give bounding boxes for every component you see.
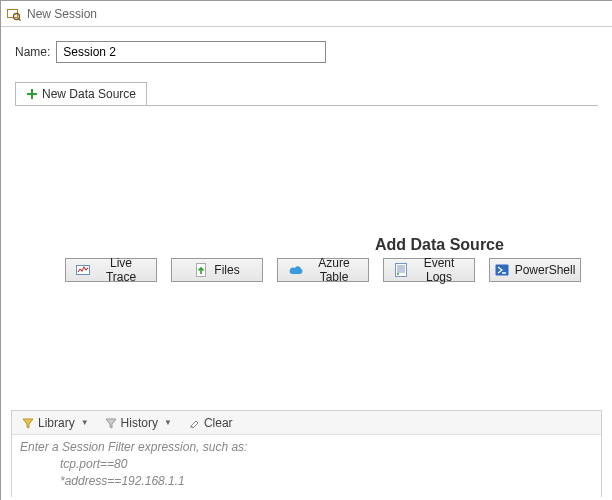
name-row: Name: [15,41,598,63]
button-label: Clear [204,416,233,430]
library-dropdown[interactable]: Library ▼ [16,413,95,433]
filter-expression-input[interactable]: Enter a Session Filter expression, such … [12,435,601,497]
chevron-down-icon: ▼ [81,418,89,427]
button-label: History [121,416,158,430]
button-label: Event Logs [414,256,464,284]
button-label: Azure Table [310,256,358,284]
powershell-button[interactable]: PowerShell [489,258,581,282]
tabstrip: New Data Source [15,81,598,105]
filter-panel: Library ▼ History ▼ Clear Enter a Sessio… [11,410,602,497]
chevron-down-icon: ▼ [164,418,172,427]
eraser-icon [188,417,200,429]
plus-icon [26,88,38,100]
data-source-buttons: Live Trace Files Azure Table [65,258,548,282]
azure-table-button[interactable]: Azure Table [277,258,369,282]
filter-placeholder-line2: tcp.port==80 [20,456,593,473]
window-title: New Session [27,7,97,21]
powershell-icon [495,263,509,277]
button-label: Live Trace [96,256,146,284]
funnel-icon [105,417,117,429]
titlebar: New Session [1,1,612,27]
session-name-input[interactable] [56,41,326,63]
filter-toolbar: Library ▼ History ▼ Clear [12,411,601,435]
files-icon [194,263,208,277]
tab-new-data-source[interactable]: New Data Source [15,82,147,106]
files-button[interactable]: Files [171,258,263,282]
live-trace-icon [76,263,90,277]
cloud-icon [288,263,304,277]
clear-button[interactable]: Clear [182,413,239,433]
svg-point-12 [397,273,399,275]
filter-placeholder-line1: Enter a Session Filter expression, such … [20,439,593,456]
live-trace-button[interactable]: Live Trace [65,258,157,282]
app-icon [7,7,21,21]
button-label: Library [38,416,75,430]
history-dropdown[interactable]: History ▼ [99,413,178,433]
button-label: Files [214,263,239,277]
funnel-icon [22,417,34,429]
tab-label: New Data Source [42,87,136,101]
tab-content: Add Data Source Live Trace [15,105,598,390]
svg-line-2 [19,18,21,20]
filter-placeholder-line3: *address==192.168.1.1 [20,473,593,490]
button-label: PowerShell [515,263,576,277]
event-logs-button[interactable]: Event Logs [383,258,475,282]
add-data-source-heading: Add Data Source [375,236,504,254]
svg-rect-4 [27,93,37,95]
name-label: Name: [15,45,50,59]
event-logs-icon [394,263,408,277]
